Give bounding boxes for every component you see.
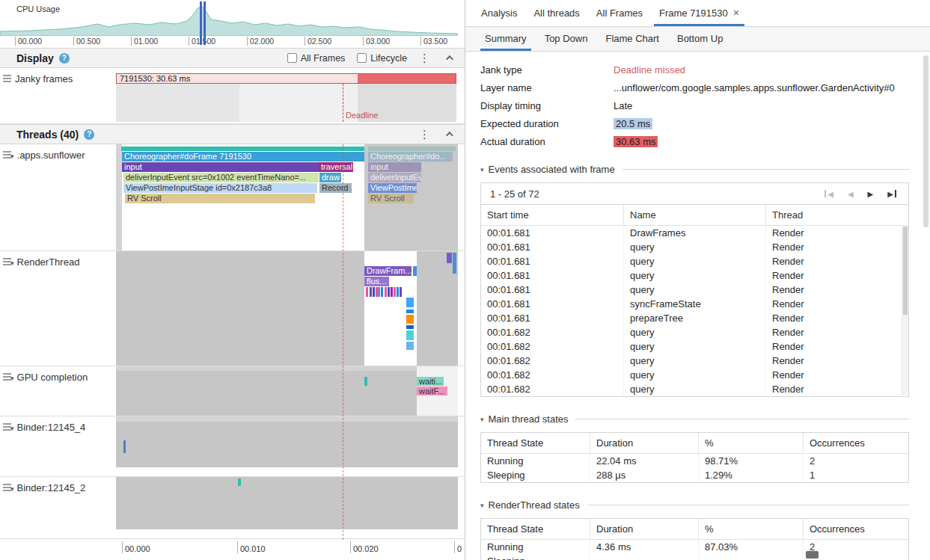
events-table-row[interactable]: 00:01.682queryRender <box>481 339 908 354</box>
events-table-row[interactable]: 00:01.682queryRender <box>481 354 908 368</box>
thread-name[interactable]: ▾Binder:12145_4 <box>10 422 85 433</box>
events-cell: 00:01.681 <box>481 241 623 253</box>
janky-frames-canvas[interactable]: 7191530: 30.63 ms Deadline <box>116 68 458 123</box>
help-icon[interactable]: ? <box>59 53 70 64</box>
trace-region <box>123 440 126 453</box>
tab-all-threads[interactable]: All threads <box>525 0 587 26</box>
cpu-usage-ruler[interactable]: CPU Usage 00.00000.50001.00001.50002.000… <box>0 0 465 48</box>
trace-region <box>400 287 402 297</box>
thread-track-gpu[interactable]: waiti...waitF... <box>116 366 458 416</box>
trace-event-bar[interactable]: ViewPostImeInp... <box>368 183 417 193</box>
more-options-icon[interactable]: ⋮ <box>419 52 430 65</box>
states-table-row[interactable]: Running22.04 ms98.71%2 <box>481 454 908 468</box>
collapse-arrow-icon: ▾ <box>480 416 484 423</box>
events-column-header: Start time <box>481 205 623 226</box>
trace-event-bar[interactable]: deliverInputEvent src=0x1002 eventTimeNa… <box>123 173 319 182</box>
panel-scrollbar[interactable] <box>923 55 929 227</box>
thread-name[interactable]: ▾RenderThread <box>10 256 79 268</box>
trace-event-bar[interactable]: flus... <box>364 277 389 286</box>
events-table-row[interactable]: 00:01.682queryRender <box>481 325 908 339</box>
range-selection-handle-right[interactable] <box>204 1 206 45</box>
events-table-row[interactable]: 00:01.681queryRender <box>481 283 908 297</box>
thread-name[interactable]: ▾Binder:12145_2 <box>10 482 85 493</box>
range-selection-handle-left[interactable] <box>200 1 202 45</box>
trace-region <box>116 366 458 371</box>
previous-page-button[interactable]: ◀ <box>848 190 854 198</box>
subtab-summary[interactable]: Summary <box>476 27 536 51</box>
collapse-section-button[interactable] <box>442 55 454 61</box>
thread-track-sunflower[interactable]: Choreographer#doFrame 7191530Choreograph… <box>116 144 458 250</box>
first-page-button[interactable]: ◀ <box>825 190 833 198</box>
events-table-scrollbar[interactable] <box>902 227 908 396</box>
thread-name-label: Binder:12145_2 <box>17 482 86 493</box>
next-page-button[interactable]: ▶ <box>868 190 874 198</box>
events-column-header: Name <box>623 205 765 226</box>
summary-row: Expected duration20.5 ms <box>480 118 909 129</box>
events-table-row[interactable]: 00:01.682queryRender <box>481 368 908 382</box>
states-table-row[interactable]: Sleeping <box>481 554 908 560</box>
thread-track-render[interactable]: DrawFram...flus... <box>116 251 458 366</box>
events-table-row[interactable]: 00:01.681prepareTreeRender <box>481 311 908 325</box>
trace-region <box>406 315 414 324</box>
events-table-row[interactable]: 00:01.681queryRender <box>481 240 908 254</box>
thread-name[interactable]: ▾GPU completion <box>10 372 88 383</box>
tab-frame-7191530[interactable]: Frame 7191530× <box>651 0 747 26</box>
trace-event-bar[interactable]: DrawFram... <box>364 266 412 276</box>
lifecycle-checkbox[interactable] <box>357 53 367 63</box>
pagination-bar: 1 - 25 of 72 ◀ ◀ ▶ ▶ <box>480 182 909 205</box>
last-page-button[interactable]: ▶ <box>887 190 896 198</box>
events-table-row[interactable]: 00:01.681DrawFramesRender <box>481 226 908 240</box>
render-states-section-header[interactable]: ▾ RenderThread states <box>480 499 909 511</box>
events-table-row[interactable]: 00:01.682queryRender <box>481 382 908 396</box>
time-tick-label: 00.000 <box>122 541 150 553</box>
trace-event-bar[interactable]: input <box>368 162 421 172</box>
trace-event-bar[interactable]: waiti... <box>417 377 444 386</box>
frame-phase-block <box>116 84 239 122</box>
trace-event-bar[interactable]: waitF... <box>417 387 447 396</box>
horizontal-scrollbar-thumb[interactable] <box>806 551 819 559</box>
trace-region <box>378 287 380 297</box>
events-cell: 00:01.682 <box>481 355 623 366</box>
jank-frame-bar[interactable]: 7191530: 30.63 ms <box>116 73 456 84</box>
render-states-title: RenderThread states <box>489 499 580 511</box>
events-cell: query <box>623 283 765 297</box>
trace-event-bar[interactable]: Choreographer#doFrame 7191530 <box>122 152 364 161</box>
all-frames-checkbox[interactable] <box>287 53 297 63</box>
thread-track-binder4[interactable] <box>116 416 458 476</box>
threads-help-icon[interactable]: ? <box>84 129 94 140</box>
tab-analysis[interactable]: Analysis <box>473 0 525 26</box>
drag-handle-icon[interactable] <box>3 75 11 82</box>
trace-event-bar[interactable]: draw <box>319 173 341 182</box>
collapse-arrow-icon: ▾ <box>10 375 14 382</box>
events-cell: syncFrameState <box>623 297 765 311</box>
trace-region <box>116 422 458 467</box>
trace-event-bar[interactable]: ViewPostImeInputStage id=0x2187c3a8 <box>123 183 317 193</box>
events-cell: query <box>623 325 765 339</box>
main-states-section-header[interactable]: ▾ Main thread states <box>480 413 909 425</box>
subtab-bottom-up[interactable]: Bottom Up <box>668 27 732 51</box>
states-table-row[interactable]: Sleeping288 µs1.29%1 <box>481 468 908 482</box>
subtab-flame-chart[interactable]: Flame Chart <box>596 27 668 51</box>
profiler-window: CPU Usage 00.00000.50001.00001.50002.000… <box>0 0 930 560</box>
events-table-row[interactable]: 00:01.681syncFrameStateRender <box>481 297 908 311</box>
trace-event-bar[interactable]: input <box>122 162 319 172</box>
states-table-row[interactable]: Running4.36 ms87.03%2 <box>481 540 908 554</box>
subtab-top-down[interactable]: Top Down <box>536 27 597 51</box>
thread-track-binder2[interactable] <box>116 477 458 538</box>
events-table-row[interactable]: 00:01.681queryRender <box>481 254 908 268</box>
tab-all-frames[interactable]: All Frames <box>588 0 651 26</box>
scrollbar-thumb[interactable] <box>903 227 908 315</box>
events-table-row[interactable]: 00:01.681queryRender <box>481 268 908 283</box>
trace-event-bar[interactable]: traversal <box>319 162 353 172</box>
trace-event-bar[interactable]: RV Scroll <box>125 194 315 203</box>
trace-event-bar[interactable]: RV Scroll <box>368 194 414 203</box>
trace-event-bar[interactable]: Record ... <box>319 183 352 193</box>
time-tick-label: 00.010 <box>237 541 266 553</box>
threads-more-options-icon[interactable]: ⋮ <box>419 128 430 141</box>
thread-name[interactable]: ▾.apps.sunflower <box>10 150 85 161</box>
trace-event-bar[interactable]: deliverInputEven... <box>368 173 421 182</box>
close-icon[interactable]: × <box>733 0 739 26</box>
events-section-header[interactable]: ▾ Events associated with frame <box>480 164 909 175</box>
threads-collapse-button[interactable] <box>442 132 454 137</box>
trace-event-bar[interactable]: Choreographer#do... <box>368 152 453 161</box>
